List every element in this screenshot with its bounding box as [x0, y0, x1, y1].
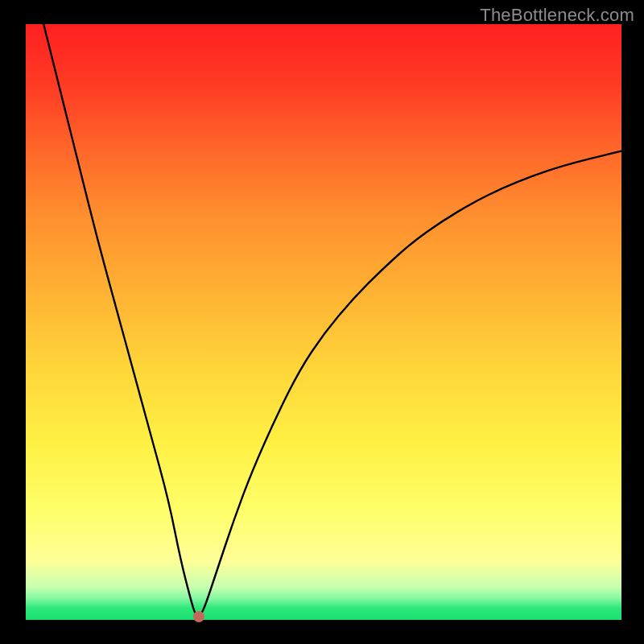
minimum-marker [193, 611, 204, 622]
plot-area [26, 24, 621, 620]
chart-frame: TheBottleneck.com [0, 0, 644, 644]
bottleneck-curve [26, 24, 621, 620]
watermark-text: TheBottleneck.com [480, 5, 634, 26]
curve-path [26, 0, 621, 616]
